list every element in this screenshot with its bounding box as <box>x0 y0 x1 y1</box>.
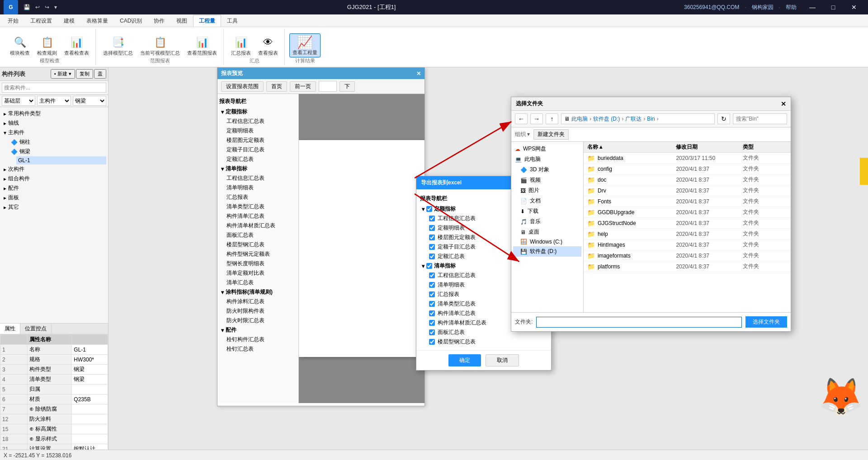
file-row-config[interactable]: 📁config 2020/4/1 8:37 文件夹 <box>584 164 791 174</box>
report-nav-item-17[interactable]: 清单汇总表 <box>219 278 297 287</box>
report-nav-item-18[interactable]: 构件涂料汇总表 <box>219 297 297 306</box>
tab-table-quantity[interactable]: 表格算量 <box>80 15 114 27</box>
checkbox-13[interactable] <box>429 339 435 345</box>
breadcrumb-software-disk[interactable]: 软件盘 (D:) <box>593 115 620 123</box>
breadcrumb-gld[interactable]: 广联达 <box>625 115 642 123</box>
type-select[interactable]: 钢梁 <box>73 96 106 106</box>
view-check-table-btn[interactable]: 📊 查看检查表 <box>61 34 92 57</box>
report-nav-item-3[interactable]: 楼层图元定额表 <box>219 136 297 145</box>
checkbox-7[interactable] <box>429 282 435 288</box>
report-nav-item-9[interactable]: 清单类型汇总表 <box>219 202 297 211</box>
checkbox-1[interactable] <box>429 216 435 221</box>
tab-start[interactable]: 开始 <box>2 15 24 27</box>
category-select[interactable]: 主构件 <box>37 96 71 106</box>
report-nav-item-20[interactable]: 防火时限汇总表 <box>219 316 297 325</box>
report-nav-item-4[interactable]: 定额子目汇总表 <box>219 145 297 155</box>
checkbox-9[interactable] <box>429 301 435 307</box>
tree-item-common[interactable]: ▸ 常用构件类型 <box>2 109 106 118</box>
close-preview-btn[interactable]: ✕ <box>416 70 421 77</box>
nav-back-btn[interactable]: ← <box>515 113 528 124</box>
user-account[interactable]: 360256941@QQ.COM <box>684 4 739 10</box>
refresh-btn[interactable]: ↻ <box>717 113 730 124</box>
tree-item-panel[interactable]: ▸ 面板 <box>2 193 106 202</box>
file-tree-documents[interactable]: 📄 文档 <box>513 196 581 206</box>
tree-item-accessories[interactable]: ▸ 配件 <box>2 183 106 193</box>
file-row-drv[interactable]: 📁Drv 2020/4/1 8:37 文件夹 <box>584 185 791 196</box>
checkbox-6[interactable] <box>429 272 435 278</box>
file-row-help[interactable]: 📁help 2020/4/1 8:37 文件夹 <box>584 229 791 239</box>
checkbox-8[interactable] <box>429 291 435 297</box>
close-btn[interactable]: ✕ <box>844 0 864 14</box>
tree-item-gl1[interactable]: GL-1 <box>16 156 106 164</box>
file-tree-software-d[interactable]: 💾 软件盘 (D:) <box>513 246 581 257</box>
checkbox-10[interactable] <box>429 310 435 316</box>
tree-item-composite[interactable]: ▸ 组合构件 <box>2 174 106 183</box>
report-nav-item-15[interactable]: 型钢长度明细表 <box>219 259 297 268</box>
report-nav-item-11[interactable]: 构件清单材质汇总表 <box>219 221 297 230</box>
tab-view[interactable]: 视图 <box>170 15 193 27</box>
report-nav-item-21[interactable]: 栓钉构件汇总表 <box>219 335 297 344</box>
file-row-hintimages[interactable]: 📁HintImages 2020/4/1 8:37 文件夹 <box>584 239 791 250</box>
file-row-burieddata[interactable]: 📁burieddata 2020/3/17 11:50 文件夹 <box>584 153 791 164</box>
summary-report-btn[interactable]: 📊 汇总报表 <box>228 34 254 57</box>
help-link[interactable]: 帮助 <box>786 4 797 11</box>
file-tree-3d-objects[interactable]: 🔷 3D 对象 <box>513 164 581 175</box>
report-nav-item-13[interactable]: 楼层型钢汇总表 <box>219 240 297 249</box>
report-nav-item-22[interactable]: 栓钉汇总表 <box>219 344 297 354</box>
view-report-btn[interactable]: 👁 查看报表 <box>255 34 281 57</box>
report-nav-item-14[interactable]: 构件型钢元定额表 <box>219 249 297 259</box>
minimize-btn[interactable]: — <box>802 0 823 14</box>
report-nav-item-1[interactable]: 工程信息汇总表 <box>219 117 297 126</box>
new-folder-btn[interactable]: 新建文件夹 <box>533 129 569 140</box>
report-nav-section-quota[interactable]: ▾ 定额指标 <box>219 107 297 117</box>
report-nav-item-8[interactable]: 汇总报表 <box>219 192 297 202</box>
tab-position[interactable]: 位置控点 <box>20 324 52 334</box>
file-tree-windows-c[interactable]: 🪟 Windows (C:) <box>513 237 581 246</box>
file-row-fonts[interactable]: 📁Fonts 2020/4/1 8:37 文件夹 <box>584 196 791 207</box>
export-cancel-btn[interactable]: 取消 <box>486 354 519 366</box>
tab-cad-recognition[interactable]: CAD识别 <box>114 15 148 27</box>
tree-item-axis[interactable]: ▸ 轴线 <box>2 118 106 128</box>
file-tree-video[interactable]: 🎬 视频 <box>513 175 581 185</box>
quota-section-checkbox[interactable] <box>426 206 432 212</box>
export-confirm-btn[interactable]: 确定 <box>448 354 481 366</box>
report-nav-item-19[interactable]: 防火时限构件表 <box>219 306 297 316</box>
search-files-input[interactable] <box>733 113 787 124</box>
tree-item-secondary[interactable]: ▸ 次构件 <box>2 164 106 174</box>
report-nav-item-16[interactable]: 清单定额对比表 <box>219 268 297 278</box>
tab-modeling[interactable]: 建模 <box>58 15 80 27</box>
report-nav-section-checklist[interactable]: ▾ 清单指标 <box>219 164 297 174</box>
new-btn[interactable]: ▪ 新建 ▾ <box>51 69 75 79</box>
report-nav-item-10[interactable]: 构件清单汇总表 <box>219 211 297 221</box>
file-tree-pictures[interactable]: 🖼 图片 <box>513 185 581 196</box>
file-row-imageformats[interactable]: 📁imageformats 2020/4/1 8:37 文件夹 <box>584 250 791 261</box>
view-range-report-btn[interactable]: 📊 查看范围报表 <box>184 34 220 57</box>
breadcrumb-bin[interactable]: Bin <box>647 116 655 122</box>
tab-props[interactable]: 属性 <box>0 324 20 334</box>
file-row-platforms[interactable]: 📁platforms 2020/4/1 8:37 文件夹 <box>584 261 791 272</box>
level-select[interactable]: 基础层 <box>2 96 35 106</box>
report-nav-item-7[interactable]: 清单明细表 <box>219 183 297 192</box>
breadcrumb-this-pc[interactable]: 此电脑 <box>571 115 588 123</box>
tree-item-steel-column[interactable]: 🔷 钢柱 <box>9 137 106 147</box>
right-edge-tab[interactable] <box>860 158 868 185</box>
file-row-doc[interactable]: 📁doc 2020/4/1 8:37 文件夹 <box>584 174 791 185</box>
search-input[interactable] <box>2 83 106 93</box>
report-nav-item-5[interactable]: 定额汇总表 <box>219 155 297 164</box>
first-page-btn[interactable]: 首页 <box>266 81 287 92</box>
report-nav-item-2[interactable]: 定额明细表 <box>219 126 297 136</box>
next-page-btn[interactable]: 下 <box>340 81 355 92</box>
report-nav-section-paint[interactable]: ▾ 涂料指标(清单规则) <box>219 287 297 297</box>
select-folder-btn[interactable]: 选择文件夹 <box>745 316 787 328</box>
checkbox-11[interactable] <box>429 320 435 326</box>
tab-tools[interactable]: 工具 <box>221 15 244 27</box>
tab-collaboration[interactable]: 协作 <box>148 15 170 27</box>
maximize-btn[interactable]: □ <box>823 0 844 14</box>
file-row-gjgstructnode[interactable]: 📁GJGStructNode 2020/4/1 8:37 文件夹 <box>584 218 791 229</box>
view-quantity-btn[interactable]: 📈 查看工程量 <box>289 33 321 57</box>
model-check-btn[interactable]: 🔍 模块检查 <box>7 34 33 57</box>
file-row-ggdbupgrade[interactable]: 📁GGDBUpgrade 2020/4/1 8:37 文件夹 <box>584 207 791 218</box>
check-rules-btn[interactable]: 📋 检查规则 <box>34 34 60 57</box>
tree-item-steel-beam[interactable]: 🔷 钢梁 <box>9 147 106 156</box>
checkbox-4[interactable] <box>429 244 435 250</box>
